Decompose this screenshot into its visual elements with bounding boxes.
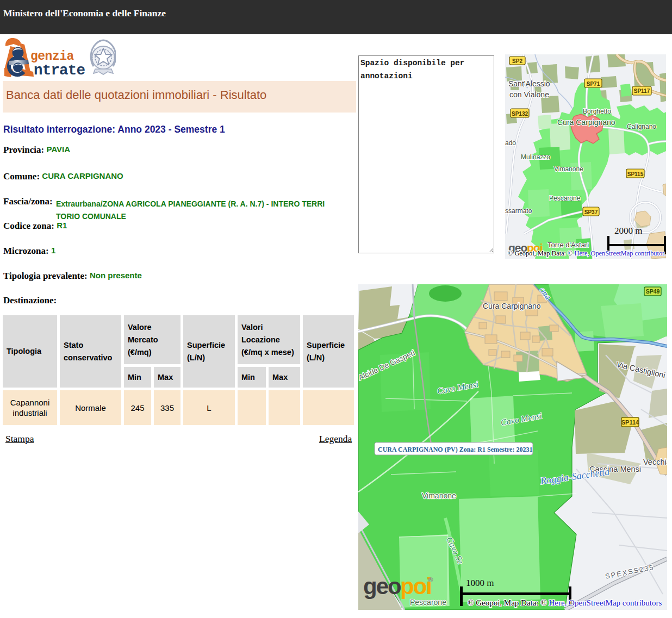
svg-text:SP132: SP132	[512, 111, 528, 117]
svg-text:Borghetto: Borghetto	[583, 108, 611, 115]
svg-text:Mulinazzo: Mulinazzo	[521, 153, 550, 161]
svg-text:Vimanone: Vimanone	[422, 491, 456, 500]
svg-text:®: ®	[428, 576, 433, 584]
svg-text:CURA CARPIGNANO (PV) Zona: R1: CURA CARPIGNANO (PV) Zona: R1 Semestre: …	[378, 446, 532, 453]
svg-text:SP115: SP115	[627, 171, 644, 177]
svg-text:SP117: SP117	[634, 88, 650, 94]
svg-text:1000 m: 1000 m	[466, 578, 494, 588]
svg-text:SP2: SP2	[512, 58, 522, 64]
svg-text:Sant'Alessio: Sant'Alessio	[508, 79, 550, 88]
svg-text:© Geopoi, Map Data: © Here, Op: © Geopoi, Map Data: © Here, OpenStreetMa…	[468, 598, 662, 607]
svg-text:ntrate: ntrate	[34, 62, 85, 79]
svg-text:2000 m: 2000 m	[614, 226, 642, 236]
svg-text:con Vialone: con Vialone	[509, 90, 549, 99]
svg-text:Pescarone: Pescarone	[410, 598, 446, 607]
svg-text:Torre d'Astari: Torre d'Astari	[547, 241, 589, 249]
svg-text:SP49: SP49	[646, 288, 660, 295]
svg-text:Vimanone: Vimanone	[554, 165, 583, 173]
svg-text:ssarmato: ssarmato	[505, 207, 532, 215]
svg-text:Calignano: Calignano	[627, 123, 656, 130]
svg-text:geo: geo	[363, 573, 401, 599]
svg-text:Vecchia: Vecchia	[643, 458, 667, 466]
svg-text:Pescarone: Pescarone	[549, 195, 581, 202]
svg-text:Cura Carpignano: Cura Carpignano	[483, 302, 541, 310]
svg-text:SP71: SP71	[587, 81, 600, 87]
svg-text:poi: poi	[400, 573, 431, 599]
svg-text:SP114: SP114	[621, 419, 639, 426]
svg-text:Cura Carpignano: Cura Carpignano	[557, 118, 615, 127]
svg-text:© Geopoi, Map Data: © Here, Op: © Geopoi, Map Data: © Here, OpenStreetMa…	[508, 249, 666, 257]
svg-text:SP37: SP37	[584, 209, 598, 215]
svg-text:ado: ado	[505, 139, 516, 147]
